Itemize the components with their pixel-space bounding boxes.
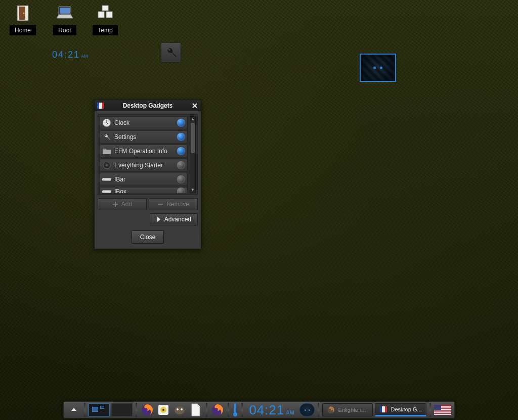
scroll-down-button[interactable]: ▼ — [190, 188, 195, 193]
dialog-titlebar[interactable]: Desktop Gadgets — [95, 100, 201, 111]
settings-gadget[interactable] — [161, 42, 181, 63]
flag-icon — [379, 406, 387, 412]
gadget-item-settings[interactable]: Settings — [100, 130, 188, 144]
clock-ampm: AM — [286, 410, 294, 415]
svg-point-21 — [162, 409, 164, 411]
status-badge — [177, 161, 185, 169]
svg-rect-8 — [106, 12, 112, 18]
svg-rect-6 — [102, 6, 108, 11]
folder-icon — [102, 147, 111, 156]
desktop-clock-gadget[interactable]: 04:21AM — [52, 50, 88, 60]
status-badge — [177, 175, 185, 183]
boxes-icon — [95, 4, 115, 22]
minus-icon — [157, 201, 163, 207]
gadget-item-label: IBar — [114, 176, 174, 183]
clock-time: 04:21 — [52, 50, 80, 60]
dialog-close-button[interactable] — [191, 102, 199, 110]
svg-rect-11 — [102, 103, 104, 109]
separator — [429, 403, 431, 417]
keyboard-layout-us[interactable] — [434, 405, 451, 415]
launcher-music[interactable] — [156, 403, 170, 417]
advanced-button[interactable]: Advanced — [150, 213, 198, 225]
selected-gadget[interactable] — [360, 54, 396, 82]
gadget-item-label: Settings — [114, 133, 174, 141]
svg-rect-39 — [434, 405, 441, 410]
gadget-item-ibox[interactable]: IBox — [100, 187, 188, 193]
svg-rect-16 — [102, 178, 111, 181]
svg-point-22 — [175, 406, 185, 414]
laptop-icon — [55, 4, 75, 22]
gadget-item-label: Clock — [114, 119, 174, 126]
separator — [318, 403, 319, 417]
button-label: Remove — [166, 201, 189, 208]
svg-rect-38 — [434, 414, 451, 415]
bar-icon — [102, 175, 111, 184]
wrench-icon — [102, 132, 111, 142]
desktop-icon-root[interactable]: Root — [45, 4, 85, 35]
launcher-icon — [102, 161, 111, 170]
add-button[interactable]: Add — [98, 198, 147, 210]
task-enlightenment[interactable]: Enlighten... — [322, 403, 373, 416]
scroll-thumb[interactable] — [191, 123, 195, 153]
gadget-list: Clock Settings EFM Operation Info — [98, 114, 198, 195]
gadget-item-efm[interactable]: EFM Operation Info — [100, 145, 188, 158]
start-button[interactable] — [67, 403, 81, 417]
svg-rect-29 — [380, 406, 382, 412]
desktop-icon-temp[interactable]: Temp — [85, 4, 125, 35]
launcher-firefox[interactable] — [140, 403, 154, 417]
close-button[interactable]: Close — [132, 230, 164, 244]
svg-rect-17 — [102, 191, 111, 193]
eyes-icon — [373, 67, 382, 69]
desktop-icon-label: Temp — [93, 25, 117, 35]
clock-ampm: AM — [81, 54, 88, 59]
separator — [228, 403, 229, 417]
taskbar-clock[interactable]: 04:21AM — [246, 402, 297, 418]
svg-rect-7 — [98, 12, 104, 18]
door-icon — [13, 4, 33, 22]
svg-point-24 — [181, 408, 183, 410]
list-scrollbar[interactable]: ▲ ▼ — [190, 116, 196, 193]
bar-icon — [102, 187, 111, 193]
launcher-document[interactable] — [189, 403, 203, 417]
gadget-item-label: EFM Operation Info — [114, 148, 174, 155]
svg-rect-36 — [434, 411, 451, 412]
svg-point-15 — [106, 164, 108, 167]
task-desktop-gadgets[interactable]: Desktop G... — [375, 403, 426, 416]
launcher-firefox-2[interactable] — [210, 403, 225, 417]
svg-point-2 — [23, 13, 25, 14]
thermometer-gadget[interactable] — [232, 403, 238, 417]
svg-rect-37 — [434, 412, 451, 413]
remove-button[interactable]: Remove — [149, 198, 198, 210]
chevron-right-icon — [156, 216, 161, 222]
launcher-gimp[interactable] — [172, 403, 187, 417]
separator — [241, 403, 243, 417]
firefox-icon — [327, 406, 335, 414]
desktop-icon-label: Root — [53, 25, 76, 35]
desktop-icon-label: Home — [10, 25, 36, 35]
gadget-item-everything[interactable]: Everything Starter — [100, 159, 188, 172]
gadget-item-label: IBox — [114, 188, 174, 193]
svg-rect-13 — [103, 150, 111, 154]
pager-desktop-2[interactable] — [111, 403, 133, 416]
taskbar: 04:21AM Enlighten... Desktop G... — [0, 400, 518, 420]
dialog-title: Desktop Gadgets — [105, 102, 191, 109]
svg-rect-4 — [60, 8, 70, 14]
svg-rect-31 — [385, 406, 387, 412]
svg-point-23 — [177, 408, 179, 410]
svg-rect-9 — [97, 103, 99, 109]
wrench-icon — [164, 46, 178, 59]
pager-desktop-1[interactable] — [89, 403, 110, 416]
status-badge — [177, 147, 185, 155]
desktop-icon-home[interactable]: Home — [3, 4, 43, 35]
status-badge — [177, 119, 185, 127]
taskbar-eye-gadget[interactable] — [299, 403, 315, 416]
button-label: Add — [121, 201, 132, 208]
separator — [136, 403, 137, 417]
gadget-item-clock[interactable]: Clock — [100, 116, 188, 129]
task-label: Enlighten... — [338, 407, 366, 413]
scroll-up-button[interactable]: ▲ — [190, 117, 195, 122]
gadget-item-ibar[interactable]: IBar — [100, 173, 188, 186]
separator — [206, 403, 207, 417]
pager — [89, 403, 133, 416]
button-label: Advanced — [164, 216, 191, 223]
